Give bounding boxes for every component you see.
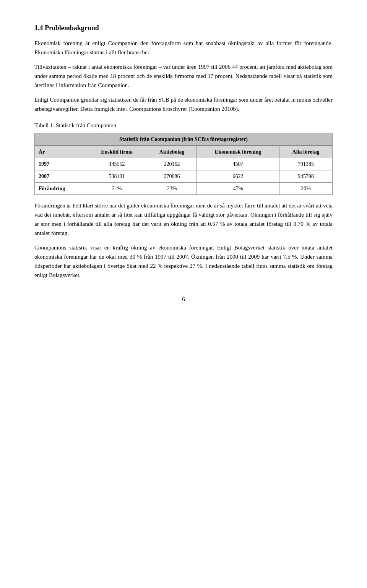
paragraph-3: Enligt Coompanion grundar sig statistike… xyxy=(34,95,333,113)
col-header-aktiebolag: Aktiebolag xyxy=(147,146,197,158)
table-caption: Statistik från Coompanion (från SCB:s fö… xyxy=(34,133,333,146)
page-number: 6 xyxy=(34,295,333,304)
section-heading: 1.4 Problembakgrund xyxy=(34,23,333,33)
table-row: Förändring21%23%47%20% xyxy=(35,182,333,194)
col-header-year: År xyxy=(35,146,87,158)
paragraph-1: Ekonomisk förening är enligt Coompanion … xyxy=(34,39,333,57)
statistics-table: Statistik från Coompanion (från SCB:s fö… xyxy=(34,133,333,195)
table-row: 20075381012700866622945798 xyxy=(35,170,333,182)
col-header-enskild: Enskild firma xyxy=(87,146,147,158)
col-header-alla: Alla företag xyxy=(279,146,332,158)
paragraph-4: Förändringen är helt klart större när de… xyxy=(34,201,333,238)
paragraph-5: Coompanions statistik visar en kraftig ö… xyxy=(34,243,333,280)
paragraph-2: Tillväxttakten – räknat i antal ekonomis… xyxy=(34,62,333,90)
table-label: Tabell 1. Statistik från Coompanion xyxy=(34,121,333,130)
col-header-ekonomisk: Ekonomisk förening xyxy=(197,146,279,158)
table-row: 19974455522201624507791385 xyxy=(35,158,333,170)
